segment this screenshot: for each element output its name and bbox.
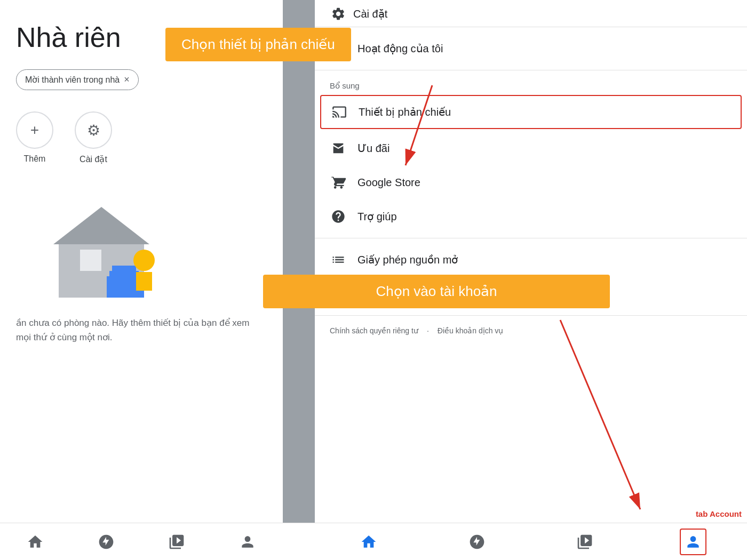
left-panel: Nhà riên Mời thành viên trong nhà × + Th… <box>0 0 283 560</box>
tab-account-annotation: tab Account <box>696 509 742 518</box>
svg-point-8 <box>102 229 117 244</box>
footer-links: Chính sách quyền riêng tư · Điều khoản d… <box>315 320 747 341</box>
settings-button-wrap: ⚙ Cài đặt <box>75 111 112 164</box>
gear-icon: ⚙ <box>87 122 100 139</box>
menu-item-offers[interactable]: Ưu đãi <box>315 131 747 165</box>
terms-link[interactable]: Điều khoản dịch vụ <box>438 326 504 335</box>
open-source-label: Giấy phép nguồn mở <box>357 253 458 266</box>
offers-icon <box>330 140 347 157</box>
house-illustration <box>27 191 176 298</box>
help-label: Trợ giúp <box>357 210 397 223</box>
nav-explore-right[interactable] <box>464 529 490 555</box>
empty-text: ần chưa có phòng nào. Hãy thêm thiết bị … <box>16 316 261 345</box>
menu-item-google-store[interactable]: Google Store <box>315 165 747 199</box>
settings-button[interactable]: ⚙ <box>75 111 112 149</box>
nav-account-left[interactable] <box>234 529 261 555</box>
close-icon[interactable]: × <box>124 74 130 85</box>
settings-label: Cài đặt <box>80 154 107 164</box>
invite-button-label: Mời thành viên trong nhà <box>25 75 120 85</box>
menu-item-help[interactable]: Trợ giúp <box>315 199 747 234</box>
help-icon <box>330 208 347 225</box>
cast-label: Thiết bị phản chiếu <box>359 106 451 118</box>
cast-icon <box>331 103 348 121</box>
add-button-wrap: + Thêm <box>16 111 53 164</box>
offers-label: Ưu đãi <box>357 142 390 155</box>
nav-account-right[interactable] <box>680 529 706 555</box>
invite-button[interactable]: Mời thành viên trong nhà × <box>16 69 139 90</box>
menu-item-cast[interactable]: Thiết bị phản chiếu <box>320 95 742 129</box>
nav-home-right[interactable] <box>355 529 382 555</box>
menu-item-my-activity[interactable]: Hoạt động của tôi <box>315 31 747 66</box>
account-tooltip-banner: Chọn vào tài khoản <box>263 275 610 308</box>
nav-home-left[interactable] <box>22 529 49 555</box>
svg-rect-5 <box>112 266 136 272</box>
add-button[interactable]: + <box>16 111 53 149</box>
google-store-label: Google Store <box>357 177 420 189</box>
add-label: Thêm <box>24 154 46 164</box>
svg-rect-4 <box>109 271 139 279</box>
menu-item-settings-top[interactable]: Cài đặt <box>315 0 747 22</box>
nav-explore-left[interactable] <box>93 529 120 555</box>
my-activity-label: Hoạt động của tôi <box>357 42 443 55</box>
privacy-link[interactable]: Chính sách quyền riêng tư <box>330 326 418 335</box>
settings-top-icon <box>330 5 347 22</box>
nav-media-left[interactable] <box>163 529 190 555</box>
svg-point-6 <box>133 250 155 271</box>
nav-media-right[interactable] <box>571 529 598 555</box>
menu-item-open-source[interactable]: Giấy phép nguồn mở <box>315 243 747 277</box>
plus-icon: + <box>30 122 39 139</box>
svg-rect-7 <box>136 272 152 291</box>
action-buttons: + Thêm ⚙ Cài đặt <box>16 111 267 164</box>
bottom-nav <box>0 523 747 560</box>
section-label: Bổ sung <box>315 75 747 93</box>
settings-top-label: Cài đặt <box>353 7 387 20</box>
nav-left <box>0 529 283 555</box>
nav-right <box>315 529 747 555</box>
list-icon <box>330 251 347 268</box>
svg-marker-1 <box>53 207 149 244</box>
svg-rect-2 <box>80 250 101 271</box>
store-icon <box>330 174 347 191</box>
cast-tooltip-banner: Chọn thiết bị phản chiếu <box>165 28 351 61</box>
